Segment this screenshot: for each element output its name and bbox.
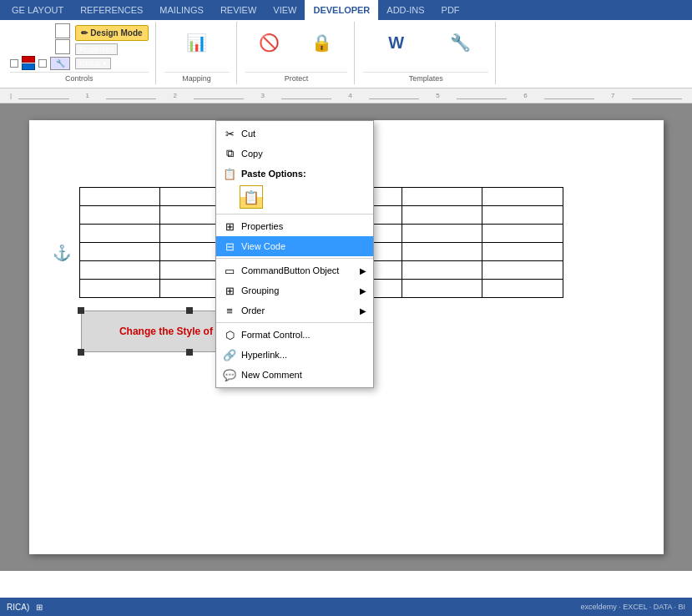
context-menu: ✂ Cut ⧉ Copy 📋 Paste Options: 📋 ⊞ Proper… <box>215 120 374 388</box>
controls-label: Controls <box>10 72 149 83</box>
document-panel-btn[interactable]: 🔧 Document Panel <box>432 33 488 61</box>
view-code-icon: ⊟ <box>223 240 236 253</box>
protect-label: Protect <box>245 72 348 83</box>
ribbon-content: Aa Aa ⊞ ⊟ ✓ ✓ 🔧 <box>0 20 692 88</box>
ctx-grouping[interactable]: ⊞ Grouping ▶ <box>216 280 373 300</box>
aa-small-btn[interactable]: Aa <box>36 23 53 54</box>
new-comment-icon: 💬 <box>223 368 236 381</box>
design-mode-button[interactable]: ✏ Design Mode <box>75 25 148 41</box>
group-protect: 🚫 Block Authors 🔒 Restrict Editing Prote… <box>239 22 356 84</box>
separator-2 <box>216 258 373 259</box>
commandbutton-icon: ▭ <box>223 264 236 277</box>
order-icon: ≡ <box>223 304 236 317</box>
group-mapping: 📊 XML Mapping Pane Mapping <box>158 22 237 84</box>
anchor-icon: ⚓ <box>53 244 71 262</box>
separator-3 <box>216 322 373 323</box>
ctx-paste-options[interactable]: 📋 Paste Options: <box>216 164 373 184</box>
group-btn[interactable]: Group ▾ <box>75 58 111 69</box>
templates-label: Templates <box>363 72 488 83</box>
ctx-new-comment[interactable]: 💬 New Comment <box>216 365 373 385</box>
pencil-icon: ✏ <box>81 28 88 38</box>
status-right: exceldemy · EXCEL · DATA · BI <box>581 603 685 611</box>
status-icon: ⊞ <box>36 603 43 612</box>
tab-page-layout[interactable]: GE LAYOUT <box>3 0 72 20</box>
properties-btn[interactable]: Properties <box>75 43 118 55</box>
handle-bc[interactable] <box>186 349 193 356</box>
document-template-btn[interactable]: W Document Template <box>363 33 429 61</box>
status-lang: RICA) <box>7 603 29 612</box>
format-control-icon: ⬡ <box>223 328 236 341</box>
ctx-copy[interactable]: ⧉ Copy <box>216 144 373 164</box>
xml-mapping-btn[interactable]: 📊 XML Mapping Pane <box>164 33 230 61</box>
handle-tc[interactable] <box>186 307 193 314</box>
ribbon: GE LAYOUT REFERENCES MAILINGS REVIEW VIE… <box>0 0 692 88</box>
ctx-format-control[interactable]: ⬡ Format Control... <box>216 325 373 345</box>
hyperlink-icon: 🔗 <box>223 348 236 361</box>
group-templates: W Document Template 🔧 Document Panel Tem… <box>356 22 496 84</box>
ctx-commandbutton[interactable]: ▭ CommandButton Object ▶ <box>216 260 373 280</box>
tab-add-ins[interactable]: ADD-INS <box>378 0 432 20</box>
tab-mailings[interactable]: MAILINGS <box>151 0 212 20</box>
handle-tl[interactable] <box>78 307 84 314</box>
aa-large-btn[interactable]: Aa <box>10 23 34 54</box>
arrow-right-icon-3: ▶ <box>360 306 366 316</box>
tab-developer[interactable]: DEVELOPER <box>305 0 378 20</box>
grid-icon-2[interactable]: ⊟ <box>55 39 70 54</box>
color-picker-2[interactable] <box>22 63 35 70</box>
grouping-icon: ⊞ <box>223 284 236 297</box>
document-panel-icon: 🔧 <box>450 34 471 51</box>
paste-icon-box[interactable]: 📋 <box>240 185 263 209</box>
restrict-editing-icon: 🔒 <box>311 34 332 51</box>
checkbox-2[interactable]: ✓ <box>38 59 47 68</box>
restrict-editing-btn[interactable]: 🔒 Restrict Editing <box>295 33 347 61</box>
ctx-cut[interactable]: ✂ Cut <box>216 124 373 144</box>
status-bar: RICA) ⊞ exceldemy · EXCEL · DATA · BI <box>0 598 692 616</box>
xml-mapping-icon: 📊 <box>186 34 207 51</box>
cut-icon: ✂ <box>223 127 236 140</box>
checkbox-1[interactable]: ✓ <box>10 59 18 68</box>
ctx-properties[interactable]: ⊞ Properties <box>216 216 373 236</box>
tab-review[interactable]: REVIEW <box>212 0 265 20</box>
small-icon-3[interactable]: 🔧 <box>50 57 70 70</box>
copy-icon: ⧉ <box>223 147 236 160</box>
ctx-order[interactable]: ≡ Order ▶ <box>216 300 373 321</box>
block-authors-icon: 🚫 <box>259 34 280 51</box>
ruler: | 1 2 3 4 5 6 7 <box>0 88 692 104</box>
handle-bl[interactable] <box>78 349 84 356</box>
color-picker-1[interactable] <box>22 56 35 63</box>
ribbon-tab-bar: GE LAYOUT REFERENCES MAILINGS REVIEW VIE… <box>0 0 692 20</box>
group-controls: Aa Aa ⊞ ⊟ ✓ ✓ 🔧 <box>3 22 156 84</box>
arrow-right-icon: ▶ <box>360 266 366 275</box>
separator-1 <box>216 214 373 215</box>
paste-icon: 📋 <box>223 167 236 180</box>
paste-icon-row: 📋 <box>216 184 373 212</box>
mapping-label: Mapping <box>164 72 230 83</box>
tab-pdf[interactable]: PDF <box>433 0 468 20</box>
ctx-hyperlink[interactable]: 🔗 Hyperlink... <box>216 345 373 365</box>
grid-icon-1[interactable]: ⊞ <box>55 23 70 38</box>
arrow-right-icon-2: ▶ <box>360 286 366 295</box>
block-authors-btn[interactable]: 🚫 Block Authors <box>245 33 293 61</box>
ctx-view-code[interactable]: ⊟ View Code <box>216 236 373 256</box>
word-template-icon: W <box>388 34 404 51</box>
watermark-text: exceldemy · EXCEL · DATA · BI <box>581 603 685 611</box>
properties-icon: ⊞ <box>223 220 236 233</box>
document-area: ⚓ <box>0 104 692 571</box>
tab-view[interactable]: VIEW <box>265 0 305 20</box>
tab-references[interactable]: REFERENCES <box>72 0 151 20</box>
